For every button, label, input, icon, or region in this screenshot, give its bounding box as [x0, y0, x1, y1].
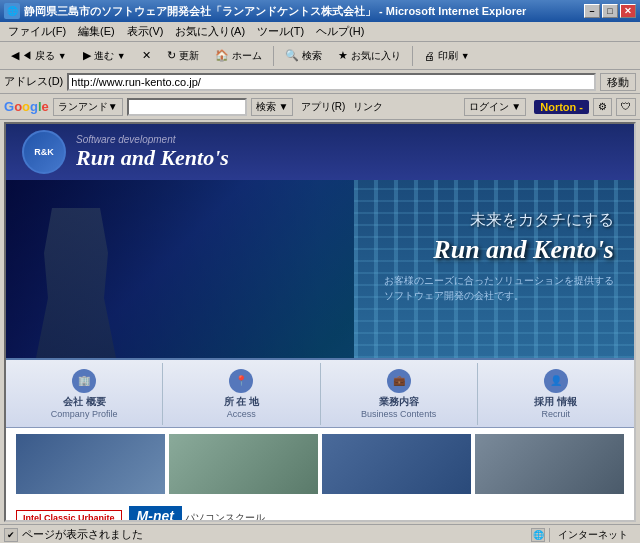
home-icon: 🏠 [215, 49, 229, 62]
forward-icon: ▶ [83, 49, 91, 62]
company-icon: 🏢 [72, 369, 96, 393]
print-button[interactable]: 🖨 印刷 ▼ [417, 45, 477, 67]
minimize-button[interactable]: – [584, 4, 600, 18]
site-logo: R&K [22, 130, 66, 174]
site-title-main: Run and Kento's [76, 145, 229, 171]
norton-settings[interactable]: ⚙ [593, 98, 612, 116]
browser-content: R&K Software development Run and Kento's… [4, 122, 636, 522]
toolbar-right: ログイン ▼ Norton - ⚙ 🛡 [464, 98, 636, 116]
partner-logo: M-net [129, 506, 182, 520]
address-label: アドレス(D) [4, 74, 63, 89]
nav-recruit-jp: 採用 情報 [482, 395, 630, 409]
nav-business-jp: 業務内容 [325, 395, 473, 409]
ie-icon: 🌐 [4, 3, 20, 19]
security-icon: 🌐 [531, 528, 545, 542]
menu-view[interactable]: 表示(V) [121, 22, 170, 41]
status-icon: ✔ [4, 528, 18, 542]
favorites-button[interactable]: ★ お気に入り [331, 45, 408, 67]
menu-file[interactable]: ファイル(F) [2, 22, 72, 41]
status-zone: インターネット [549, 528, 636, 542]
google-toolbar: Google ランアンド▼ 検索 ▼ アプリ(R) リンク ログイン ▼ Nor… [0, 94, 640, 120]
apps-label: アプリ(R) [301, 100, 345, 114]
nav-access[interactable]: 📍 所 在 地 Access [163, 363, 320, 425]
google-search-input[interactable] [127, 98, 247, 116]
separator [273, 46, 274, 66]
login-button[interactable]: ログイン ▼ [464, 98, 527, 116]
stop-icon: ✕ [142, 49, 151, 62]
partner-sub: パソコンスクール [185, 512, 265, 520]
toolbar: ◀ ◀ 戻る ▼ ▶ 進む ▼ ✕ ↻ 更新 🏠 ホーム 🔍 検索 ★ お気に入… [0, 42, 640, 70]
norton-label: Norton - [534, 100, 589, 114]
close-button[interactable]: ✕ [620, 4, 636, 18]
nav-business[interactable]: 💼 業務内容 Business Contents [321, 363, 478, 425]
stop-button[interactable]: ✕ [135, 45, 158, 67]
thumb-company[interactable] [16, 434, 165, 494]
nav-company-en: Company Profile [10, 409, 158, 419]
business-icon: 💼 [387, 369, 411, 393]
maximize-button[interactable]: □ [602, 4, 618, 18]
thumb-access[interactable] [169, 434, 318, 494]
menu-edit[interactable]: 編集(E) [72, 22, 121, 41]
menu-help[interactable]: ヘルプ(H) [310, 22, 370, 41]
google-dropdown[interactable]: ランアンド▼ [53, 98, 123, 116]
menu-favorites[interactable]: お気に入り(A) [169, 22, 251, 41]
print-icon: 🖨 [424, 50, 435, 62]
status-right: 🌐 インターネット [531, 528, 636, 542]
link-label: リンク [353, 100, 383, 114]
hero-title: Run and Kento's [384, 235, 614, 265]
home-button[interactable]: 🏠 ホーム [208, 45, 269, 67]
nav-recruit[interactable]: 👤 採用 情報 Recruit [478, 363, 634, 425]
hero-jp-text: 未来をカタチにする [384, 210, 614, 231]
nav-company[interactable]: 🏢 会社 概要 Company Profile [6, 363, 163, 425]
title-bar: 🌐 静岡県三島市のソフトウェア開発会社「ランアンドケントス株式会社」 - Mic… [0, 0, 640, 22]
site-subtitle: Software development [76, 134, 229, 145]
address-input[interactable] [67, 73, 596, 91]
hero-desc: お客様のニーズに合ったソリューションを提供する ソフトウェア開発の会社です。 [384, 273, 614, 303]
hero-section: 未来をカタチにする Run and Kento's お客様のニーズに合ったソリュ… [6, 180, 634, 358]
menu-tools[interactable]: ツール(T) [251, 22, 310, 41]
site-title-area: Software development Run and Kento's [76, 134, 229, 171]
nav-section: 🏢 会社 概要 Company Profile 📍 所 在 地 Access 💼… [6, 358, 634, 428]
status-bar: ✔ ページが表示されました 🌐 インターネット [0, 524, 640, 543]
site-header: R&K Software development Run and Kento's [6, 124, 634, 180]
website: R&K Software development Run and Kento's… [6, 124, 634, 520]
partner-section: Intel Classic Urbanite M-net パソコンスクール [6, 500, 634, 520]
hero-text: 未来をカタチにする Run and Kento's お客様のニーズに合ったソリュ… [384, 210, 614, 303]
thumb-business[interactable] [322, 434, 471, 494]
search-icon: 🔍 [285, 49, 299, 62]
search-button[interactable]: 🔍 検索 [278, 45, 329, 67]
nav-company-jp: 会社 概要 [10, 395, 158, 409]
refresh-button[interactable]: ↻ 更新 [160, 45, 206, 67]
menu-bar: ファイル(F) 編集(E) 表示(V) お気に入り(A) ツール(T) ヘルプ(… [0, 22, 640, 42]
window-controls: – □ ✕ [584, 4, 636, 18]
go-button[interactable]: 移動 [600, 73, 636, 91]
window-title: 静岡県三島市のソフトウェア開発会社「ランアンドケントス株式会社」 - Micro… [24, 4, 584, 19]
nav-business-en: Business Contents [325, 409, 473, 419]
star-icon: ★ [338, 49, 348, 62]
google-search-button[interactable]: 検索 ▼ [251, 98, 294, 116]
norton-security[interactable]: 🛡 [616, 98, 636, 116]
status-message: ページが表示されました [22, 527, 143, 542]
refresh-icon: ↻ [167, 49, 176, 62]
nav-access-jp: 所 在 地 [167, 395, 315, 409]
access-icon: 📍 [229, 369, 253, 393]
nav-access-en: Access [167, 409, 315, 419]
recruit-icon: 👤 [544, 369, 568, 393]
google-logo: Google [4, 99, 49, 114]
thumb-recruit[interactable] [475, 434, 624, 494]
thumbnail-section [6, 428, 634, 500]
address-bar: アドレス(D) 移動 [0, 70, 640, 94]
hero-person [36, 208, 116, 358]
back-icon: ◀ [11, 49, 19, 62]
back-button[interactable]: ◀ ◀ 戻る ▼ [4, 45, 74, 67]
nav-recruit-en: Recruit [482, 409, 630, 419]
forward-button[interactable]: ▶ 進む ▼ [76, 45, 133, 67]
partner-badge: Intel Classic Urbanite [16, 510, 122, 520]
separator2 [412, 46, 413, 66]
